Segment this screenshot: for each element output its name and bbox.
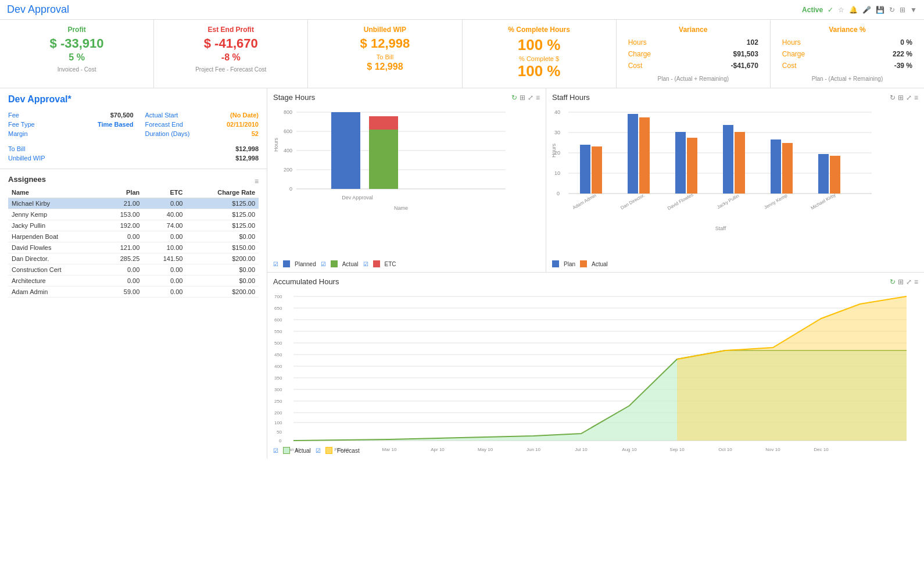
menu-icon-staff[interactable]: ≡ (914, 94, 918, 102)
assignee-name: Adam Admin (8, 287, 100, 298)
legend-actual-check[interactable]: ☑ (321, 261, 326, 267)
grid-view-icon-staff[interactable]: ⊞ (898, 94, 904, 102)
svg-text:350: 350 (274, 375, 282, 381)
table-row[interactable]: Architecture 0.00 0.00 $0.00 (8, 275, 259, 287)
table-row[interactable]: Dan Director. 285.25 141.50 $200.00 (8, 253, 259, 264)
table-row[interactable]: Jacky Pullin 192.00 74.00 $125.00 (8, 220, 259, 231)
svg-text:600: 600 (284, 128, 292, 134)
legend-forecast-check[interactable]: ☑ (316, 448, 321, 454)
legend-etc-check[interactable]: ☑ (363, 261, 368, 267)
mic-icon[interactable]: 🎤 (862, 6, 871, 14)
assignees-menu-icon[interactable]: ≡ (255, 177, 259, 185)
save-icon[interactable]: 💾 (876, 6, 884, 14)
svg-text:Jun 10: Jun 10 (527, 447, 541, 452)
kpi-wip-value: $ 12,998 (316, 36, 453, 51)
legend-planned-box (283, 260, 290, 267)
legend-actual-box-staff (580, 260, 587, 267)
table-row[interactable]: David Flowles 121.00 10.00 $150.00 (8, 242, 259, 253)
legend-planned-check[interactable]: ☑ (273, 261, 278, 267)
assignee-plan: 192.00 (100, 220, 143, 231)
bar-adam-actual (592, 146, 602, 194)
legend-forecast-box (325, 447, 332, 454)
assignee-etc: 0.00 (143, 275, 186, 287)
svg-text:Name: Name (394, 205, 408, 211)
col-plan: Plan (100, 187, 143, 198)
bar-jenny-actual (782, 143, 793, 194)
assignee-name: Jacky Pullin (8, 220, 100, 231)
kpi-pct-complete: % Complete Hours 100 % % Complete $ 100 … (463, 20, 617, 88)
grid-view-icon-accum[interactable]: ⊞ (898, 278, 904, 286)
svg-text:30: 30 (554, 130, 560, 135)
legend-actual-check-accum[interactable]: ☑ (273, 448, 278, 454)
refresh-icon[interactable]: ↻ (889, 6, 895, 14)
legend-actual-label: Actual (342, 261, 359, 267)
fee-type-value: Time Based (98, 121, 134, 128)
svg-text:Jenny Kemp: Jenny Kemp (763, 193, 788, 210)
assignees-title: Assignees (8, 175, 46, 184)
svg-text:Hours: Hours (551, 143, 557, 158)
check-circle-icon[interactable]: ✓ (828, 6, 833, 14)
kpi-variance-pct: Variance % Hours0 % Charge222 % Cost-39 … (771, 20, 924, 88)
forecast-end-value: 02/11/2010 (227, 121, 259, 128)
chevron-down-icon[interactable]: ▼ (910, 6, 917, 14)
assignee-charge: $200.00 (186, 253, 259, 264)
menu-icon-accum[interactable]: ≡ (914, 278, 918, 286)
kpi-varpct-table: Hours0 % Charge222 % Cost-39 % (779, 36, 916, 72)
assignee-etc: 0.00 (143, 287, 186, 298)
table-row[interactable]: Jenny Kemp 153.00 40.00 $125.00 (8, 209, 259, 220)
grid-icon[interactable]: ⊞ (900, 6, 905, 14)
grid-view-icon[interactable]: ⊞ (520, 94, 525, 102)
assignee-name: David Flowles (8, 242, 100, 253)
refresh-icon[interactable]: ↻ (511, 94, 517, 102)
table-row[interactable]: Michael Kirby 21.00 0.00 $125.00 (8, 198, 259, 209)
svg-text:200: 200 (284, 167, 292, 173)
assignee-etc: 141.50 (143, 253, 186, 264)
assignee-charge: $150.00 (186, 242, 259, 253)
expand-icon[interactable]: ⤢ (528, 94, 533, 102)
table-row[interactable]: Adam Admin 59.00 0.00 $200.00 (8, 287, 259, 298)
svg-text:100: 100 (274, 420, 282, 425)
duration-label: Duration (Days) (145, 130, 190, 137)
fee-value: $70,500 (110, 112, 134, 119)
bar-jacky-actual (735, 132, 745, 194)
kpi-wip-tobill-value: $ 12,998 (316, 62, 453, 72)
svg-text:Michael Kirby: Michael Kirby (810, 192, 837, 211)
unbilled-wip-label: Unbilled WIP (8, 155, 45, 162)
accumulated-chart-svg: 700 650 600 550 500 450 400 350 300 250 (273, 289, 912, 441)
kpi-pct-hours: 100 % (471, 36, 608, 54)
table-row[interactable]: Construction Cert 0.00 0.00 $0.00 (8, 264, 259, 275)
assignee-name: Michael Kirby (8, 198, 100, 209)
expand-icon-staff[interactable]: ⤢ (906, 94, 912, 102)
kpi-variance-subtitle: Plan - (Actual + Remaining) (625, 76, 762, 82)
assignees-section: Assignees ≡ Name Plan ETC Charge Rate Mi… (0, 169, 267, 303)
top-header: Dev Approval Active ✓ ☆ 🔔 🎤 💾 ↻ ⊞ ▼ (0, 0, 924, 20)
table-row[interactable]: Harpenden Boat 0.00 0.00 $0.00 (8, 231, 259, 242)
kpi-est-end-profit: Est End Profit $ -41,670 -8 % Project Fe… (154, 20, 308, 88)
legend-planned-label: Planned (295, 261, 316, 267)
refresh-icon-accum[interactable]: ↻ (890, 278, 896, 286)
assignee-etc: 10.00 (143, 242, 186, 253)
accum-icons: ↻ ⊞ ⤢ ≡ (890, 278, 918, 286)
assignee-etc: 40.00 (143, 209, 186, 220)
staff-hours-title: Staff Hours (552, 93, 590, 102)
bell-icon[interactable]: 🔔 (849, 6, 858, 14)
bar-david-actual (687, 138, 697, 194)
kpi-varpct-subtitle: Plan - (Actual + Remaining) (779, 76, 916, 82)
bar-planned (331, 112, 360, 189)
expand-icon-accum[interactable]: ⤢ (906, 278, 912, 286)
legend-etc-box (373, 260, 380, 267)
margin-row: Margin (8, 129, 134, 138)
assignee-name: Dan Director. (8, 253, 100, 264)
star-icon[interactable]: ☆ (838, 6, 844, 14)
assignee-charge: $125.00 (186, 209, 259, 220)
svg-text:Jacky Pullin: Jacky Pullin (716, 193, 740, 210)
menu-icon[interactable]: ≡ (536, 94, 540, 102)
main-content: Dev Approval* Fee $70,500 Fee Type Time … (0, 88, 924, 459)
svg-text:Dan Director.: Dan Director. (619, 192, 646, 210)
kpi-profit: Profit $ -33,910 5 % Invoiced - Cost (0, 20, 154, 88)
refresh-icon-staff[interactable]: ↻ (890, 94, 896, 102)
bar-etc (369, 116, 398, 130)
actual-start-value: (No Date) (230, 112, 259, 119)
svg-text:Adam Admin: Adam Admin (572, 193, 597, 210)
legend-actual-label-accum: Actual (295, 448, 311, 454)
